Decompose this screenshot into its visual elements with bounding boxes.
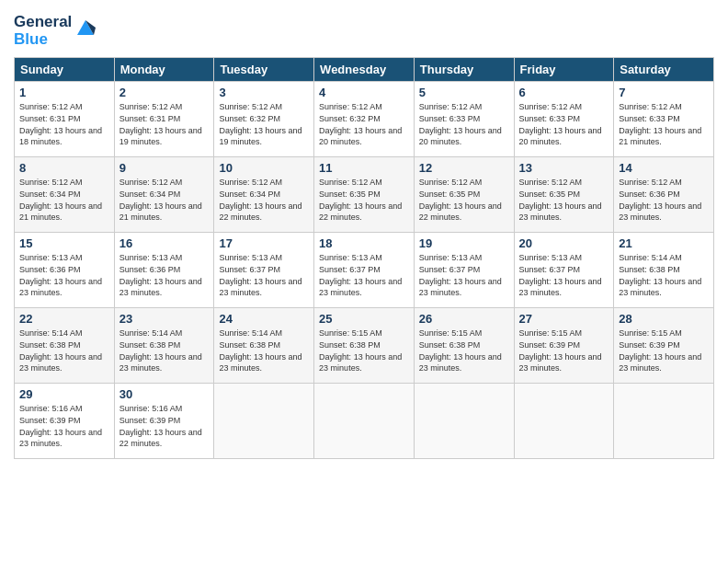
table-row: 24 Sunrise: 5:14 AM Sunset: 6:38 PM Dayl… bbox=[214, 308, 314, 384]
table-row: 23 Sunrise: 5:14 AM Sunset: 6:38 PM Dayl… bbox=[114, 308, 214, 384]
day-number: 23 bbox=[119, 312, 210, 326]
table-row: 15 Sunrise: 5:13 AM Sunset: 6:36 PM Dayl… bbox=[15, 233, 115, 308]
day-info: Sunrise: 5:13 AM Sunset: 6:37 PM Dayligh… bbox=[519, 252, 609, 298]
day-number: 28 bbox=[619, 312, 709, 326]
main-container: General Blue Sunday Monday Tuesday Wedne… bbox=[0, 0, 728, 468]
day-number: 2 bbox=[119, 86, 210, 99]
day-info: Sunrise: 5:12 AM Sunset: 6:32 PM Dayligh… bbox=[219, 101, 309, 147]
day-number: 15 bbox=[19, 236, 109, 250]
day-number: 11 bbox=[319, 161, 409, 175]
table-row: 14 Sunrise: 5:12 AM Sunset: 6:36 PM Dayl… bbox=[614, 157, 714, 233]
table-row: 20 Sunrise: 5:13 AM Sunset: 6:37 PM Dayl… bbox=[514, 233, 614, 308]
day-info: Sunrise: 5:12 AM Sunset: 6:33 PM Dayligh… bbox=[419, 101, 509, 147]
header-monday: Monday bbox=[114, 58, 214, 82]
table-row: 2 Sunrise: 5:12 AM Sunset: 6:31 PM Dayli… bbox=[114, 82, 214, 157]
day-number: 4 bbox=[319, 86, 409, 99]
calendar-header-row: Sunday Monday Tuesday Wednesday Thursday… bbox=[15, 58, 714, 82]
header-wednesday: Wednesday bbox=[314, 58, 415, 82]
table-row: 6 Sunrise: 5:12 AM Sunset: 6:33 PM Dayli… bbox=[514, 82, 614, 157]
table-row: 17 Sunrise: 5:13 AM Sunset: 6:37 PM Dayl… bbox=[214, 233, 314, 308]
day-info: Sunrise: 5:12 AM Sunset: 6:35 PM Dayligh… bbox=[319, 177, 409, 223]
day-info: Sunrise: 5:12 AM Sunset: 6:33 PM Dayligh… bbox=[619, 101, 709, 147]
header-saturday: Saturday bbox=[614, 58, 714, 82]
day-number: 8 bbox=[19, 161, 109, 175]
day-info: Sunrise: 5:15 AM Sunset: 6:39 PM Dayligh… bbox=[519, 327, 609, 373]
day-info: Sunrise: 5:12 AM Sunset: 6:31 PM Dayligh… bbox=[119, 101, 210, 147]
header-sunday: Sunday bbox=[15, 58, 115, 82]
day-info: Sunrise: 5:15 AM Sunset: 6:38 PM Dayligh… bbox=[319, 327, 409, 373]
day-info: Sunrise: 5:13 AM Sunset: 6:37 PM Dayligh… bbox=[319, 252, 409, 298]
day-number: 9 bbox=[119, 161, 210, 175]
table-row: 7 Sunrise: 5:12 AM Sunset: 6:33 PM Dayli… bbox=[614, 82, 714, 157]
day-info: Sunrise: 5:12 AM Sunset: 6:36 PM Dayligh… bbox=[619, 177, 709, 223]
day-info: Sunrise: 5:12 AM Sunset: 6:33 PM Dayligh… bbox=[519, 101, 609, 147]
table-row: 9 Sunrise: 5:12 AM Sunset: 6:34 PM Dayli… bbox=[114, 157, 214, 233]
day-info: Sunrise: 5:12 AM Sunset: 6:35 PM Dayligh… bbox=[419, 177, 509, 223]
day-number: 18 bbox=[319, 236, 409, 250]
day-number: 30 bbox=[119, 387, 210, 401]
day-info: Sunrise: 5:13 AM Sunset: 6:37 PM Dayligh… bbox=[419, 252, 509, 298]
day-info: Sunrise: 5:14 AM Sunset: 6:38 PM Dayligh… bbox=[619, 252, 709, 298]
table-row: 3 Sunrise: 5:12 AM Sunset: 6:32 PM Dayli… bbox=[214, 82, 314, 157]
day-number: 16 bbox=[119, 236, 210, 250]
day-number: 1 bbox=[19, 86, 109, 99]
day-number: 19 bbox=[419, 236, 509, 250]
table-row: 8 Sunrise: 5:12 AM Sunset: 6:34 PM Dayli… bbox=[15, 157, 115, 233]
day-number: 13 bbox=[519, 161, 609, 175]
day-info: Sunrise: 5:16 AM Sunset: 6:39 PM Dayligh… bbox=[19, 403, 109, 449]
day-number: 6 bbox=[519, 86, 609, 99]
table-row: 25 Sunrise: 5:15 AM Sunset: 6:38 PM Dayl… bbox=[314, 308, 415, 384]
logo: General Blue bbox=[14, 14, 96, 48]
table-row: 21 Sunrise: 5:14 AM Sunset: 6:38 PM Dayl… bbox=[614, 233, 714, 308]
table-row: 19 Sunrise: 5:13 AM Sunset: 6:37 PM Dayl… bbox=[414, 233, 514, 308]
day-number: 27 bbox=[519, 312, 609, 326]
header: General Blue bbox=[14, 14, 714, 48]
day-info: Sunrise: 5:13 AM Sunset: 6:36 PM Dayligh… bbox=[119, 252, 210, 298]
day-number: 17 bbox=[219, 236, 309, 250]
table-row: 13 Sunrise: 5:12 AM Sunset: 6:35 PM Dayl… bbox=[514, 157, 614, 233]
header-thursday: Thursday bbox=[414, 58, 514, 82]
table-row bbox=[214, 384, 314, 459]
day-info: Sunrise: 5:15 AM Sunset: 6:39 PM Dayligh… bbox=[619, 327, 709, 373]
calendar-table: Sunday Monday Tuesday Wednesday Thursday… bbox=[14, 57, 714, 459]
day-number: 3 bbox=[219, 86, 309, 99]
day-info: Sunrise: 5:16 AM Sunset: 6:39 PM Dayligh… bbox=[119, 403, 210, 449]
day-info: Sunrise: 5:12 AM Sunset: 6:34 PM Dayligh… bbox=[219, 177, 309, 223]
day-info: Sunrise: 5:13 AM Sunset: 6:37 PM Dayligh… bbox=[219, 252, 309, 298]
day-info: Sunrise: 5:14 AM Sunset: 6:38 PM Dayligh… bbox=[219, 327, 309, 373]
day-info: Sunrise: 5:14 AM Sunset: 6:38 PM Dayligh… bbox=[19, 327, 109, 373]
day-info: Sunrise: 5:14 AM Sunset: 6:38 PM Dayligh… bbox=[119, 327, 210, 373]
day-number: 10 bbox=[219, 161, 309, 175]
table-row: 4 Sunrise: 5:12 AM Sunset: 6:32 PM Dayli… bbox=[314, 82, 415, 157]
table-row: 12 Sunrise: 5:12 AM Sunset: 6:35 PM Dayl… bbox=[414, 157, 514, 233]
table-row: 10 Sunrise: 5:12 AM Sunset: 6:34 PM Dayl… bbox=[214, 157, 314, 233]
table-row: 26 Sunrise: 5:15 AM Sunset: 6:38 PM Dayl… bbox=[414, 308, 514, 384]
table-row: 28 Sunrise: 5:15 AM Sunset: 6:39 PM Dayl… bbox=[614, 308, 714, 384]
day-number: 22 bbox=[19, 312, 109, 326]
table-row: 29 Sunrise: 5:16 AM Sunset: 6:39 PM Dayl… bbox=[15, 384, 115, 459]
table-row: 30 Sunrise: 5:16 AM Sunset: 6:39 PM Dayl… bbox=[114, 384, 214, 459]
day-number: 7 bbox=[619, 86, 709, 99]
table-row bbox=[614, 384, 714, 459]
table-row: 1 Sunrise: 5:12 AM Sunset: 6:31 PM Dayli… bbox=[15, 82, 115, 157]
day-number: 25 bbox=[319, 312, 409, 326]
logo-general: General bbox=[14, 14, 72, 31]
table-row bbox=[514, 384, 614, 459]
table-row bbox=[414, 384, 514, 459]
table-row: 5 Sunrise: 5:12 AM Sunset: 6:33 PM Dayli… bbox=[414, 82, 514, 157]
header-tuesday: Tuesday bbox=[214, 58, 314, 82]
day-info: Sunrise: 5:12 AM Sunset: 6:35 PM Dayligh… bbox=[519, 177, 609, 223]
day-info: Sunrise: 5:12 AM Sunset: 6:34 PM Dayligh… bbox=[19, 177, 109, 223]
table-row: 18 Sunrise: 5:13 AM Sunset: 6:37 PM Dayl… bbox=[314, 233, 415, 308]
table-row: 27 Sunrise: 5:15 AM Sunset: 6:39 PM Dayl… bbox=[514, 308, 614, 384]
logo-icon bbox=[75, 18, 96, 37]
day-info: Sunrise: 5:12 AM Sunset: 6:31 PM Dayligh… bbox=[19, 101, 109, 147]
day-info: Sunrise: 5:15 AM Sunset: 6:38 PM Dayligh… bbox=[419, 327, 509, 373]
table-row: 22 Sunrise: 5:14 AM Sunset: 6:38 PM Dayl… bbox=[15, 308, 115, 384]
day-number: 12 bbox=[419, 161, 509, 175]
logo-blue-text: Blue bbox=[14, 31, 48, 49]
table-row bbox=[314, 384, 415, 459]
day-number: 24 bbox=[219, 312, 309, 326]
day-info: Sunrise: 5:13 AM Sunset: 6:36 PM Dayligh… bbox=[19, 252, 109, 298]
header-friday: Friday bbox=[514, 58, 614, 82]
